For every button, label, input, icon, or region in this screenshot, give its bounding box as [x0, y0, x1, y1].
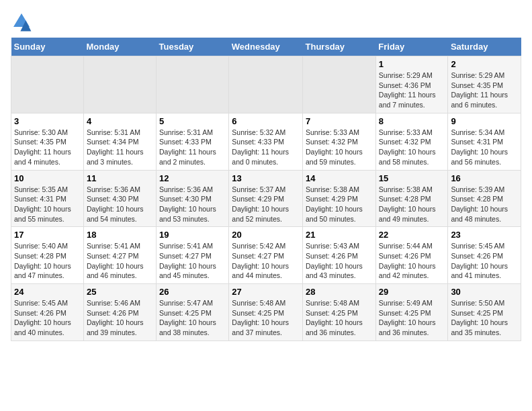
calendar-cell: 21Sunrise: 5:43 AM Sunset: 4:26 PM Dayli…	[303, 227, 376, 284]
day-info: Sunrise: 5:31 AM Sunset: 4:34 PM Dayligh…	[87, 128, 153, 167]
calendar-cell: 7Sunrise: 5:33 AM Sunset: 4:32 PM Daylig…	[303, 113, 376, 170]
header-day-friday: Friday	[375, 38, 448, 56]
day-number: 8	[379, 116, 445, 126]
day-info: Sunrise: 5:39 AM Sunset: 4:28 PM Dayligh…	[451, 185, 518, 224]
day-info: Sunrise: 5:45 AM Sunset: 4:26 PM Dayligh…	[451, 241, 518, 281]
calendar-cell: 2Sunrise: 5:29 AM Sunset: 4:35 PM Daylig…	[448, 56, 521, 113]
day-number: 20	[232, 230, 300, 240]
day-number: 28	[306, 287, 373, 297]
calendar-cell: 16Sunrise: 5:39 AM Sunset: 4:28 PM Dayli…	[448, 170, 521, 227]
day-number: 12	[159, 173, 226, 183]
day-number: 26	[159, 287, 226, 297]
calendar-cell: 24Sunrise: 5:45 AM Sunset: 4:26 PM Dayli…	[11, 284, 84, 341]
logo-icon	[11, 11, 32, 32]
day-number: 23	[451, 230, 518, 240]
day-info: Sunrise: 5:44 AM Sunset: 4:26 PM Dayligh…	[379, 241, 445, 281]
header	[11, 11, 521, 32]
calendar-week-1: 1Sunrise: 5:29 AM Sunset: 4:36 PM Daylig…	[11, 56, 521, 113]
calendar-cell: 30Sunrise: 5:50 AM Sunset: 4:25 PM Dayli…	[448, 284, 521, 341]
calendar-cell: 26Sunrise: 5:47 AM Sunset: 4:25 PM Dayli…	[157, 284, 229, 341]
day-number: 27	[232, 287, 300, 297]
day-info: Sunrise: 5:49 AM Sunset: 4:25 PM Dayligh…	[379, 298, 445, 338]
calendar-cell: 1Sunrise: 5:29 AM Sunset: 4:36 PM Daylig…	[375, 56, 448, 113]
calendar-cell	[229, 56, 303, 113]
day-info: Sunrise: 5:29 AM Sunset: 4:36 PM Dayligh…	[379, 71, 445, 110]
day-number: 15	[379, 173, 445, 183]
calendar-cell: 9Sunrise: 5:34 AM Sunset: 4:31 PM Daylig…	[448, 113, 521, 170]
calendar-cell: 8Sunrise: 5:33 AM Sunset: 4:32 PM Daylig…	[375, 113, 448, 170]
day-number: 2	[451, 59, 518, 69]
day-info: Sunrise: 5:34 AM Sunset: 4:31 PM Dayligh…	[451, 128, 518, 167]
calendar-cell: 25Sunrise: 5:46 AM Sunset: 4:26 PM Dayli…	[83, 284, 156, 341]
day-number: 7	[306, 116, 373, 126]
calendar-week-2: 3Sunrise: 5:30 AM Sunset: 4:35 PM Daylig…	[11, 113, 521, 170]
day-info: Sunrise: 5:37 AM Sunset: 4:29 PM Dayligh…	[232, 185, 300, 224]
day-info: Sunrise: 5:48 AM Sunset: 4:25 PM Dayligh…	[306, 298, 373, 338]
header-day-tuesday: Tuesday	[157, 38, 229, 56]
day-number: 25	[87, 287, 153, 297]
day-info: Sunrise: 5:45 AM Sunset: 4:26 PM Dayligh…	[14, 298, 81, 338]
day-info: Sunrise: 5:38 AM Sunset: 4:29 PM Dayligh…	[306, 185, 373, 224]
calendar-cell	[11, 56, 84, 113]
day-info: Sunrise: 5:33 AM Sunset: 4:32 PM Dayligh…	[379, 128, 445, 167]
day-info: Sunrise: 5:38 AM Sunset: 4:28 PM Dayligh…	[379, 185, 445, 224]
day-number: 18	[87, 230, 153, 240]
calendar-week-3: 10Sunrise: 5:35 AM Sunset: 4:31 PM Dayli…	[11, 170, 521, 227]
calendar-cell: 17Sunrise: 5:40 AM Sunset: 4:28 PM Dayli…	[11, 227, 84, 284]
header-day-monday: Monday	[83, 38, 156, 56]
day-info: Sunrise: 5:30 AM Sunset: 4:35 PM Dayligh…	[14, 128, 81, 167]
day-number: 9	[451, 116, 518, 126]
calendar-cell: 29Sunrise: 5:49 AM Sunset: 4:25 PM Dayli…	[375, 284, 448, 341]
header-day-thursday: Thursday	[303, 38, 376, 56]
calendar-cell: 20Sunrise: 5:42 AM Sunset: 4:27 PM Dayli…	[229, 227, 303, 284]
calendar-cell	[157, 56, 229, 113]
day-number: 4	[87, 116, 153, 126]
day-info: Sunrise: 5:41 AM Sunset: 4:27 PM Dayligh…	[159, 241, 226, 281]
calendar-cell: 13Sunrise: 5:37 AM Sunset: 4:29 PM Dayli…	[229, 170, 303, 227]
calendar-cell: 5Sunrise: 5:31 AM Sunset: 4:33 PM Daylig…	[157, 113, 229, 170]
calendar-cell: 12Sunrise: 5:36 AM Sunset: 4:30 PM Dayli…	[157, 170, 229, 227]
calendar-cell: 19Sunrise: 5:41 AM Sunset: 4:27 PM Dayli…	[157, 227, 229, 284]
day-number: 30	[451, 287, 518, 297]
day-number: 13	[232, 173, 300, 183]
logo	[11, 11, 35, 32]
day-number: 10	[14, 173, 81, 183]
day-number: 29	[379, 287, 445, 297]
day-info: Sunrise: 5:42 AM Sunset: 4:27 PM Dayligh…	[232, 241, 300, 281]
calendar-cell: 4Sunrise: 5:31 AM Sunset: 4:34 PM Daylig…	[83, 113, 156, 170]
calendar-cell: 22Sunrise: 5:44 AM Sunset: 4:26 PM Dayli…	[375, 227, 448, 284]
day-info: Sunrise: 5:36 AM Sunset: 4:30 PM Dayligh…	[87, 185, 153, 224]
header-day-wednesday: Wednesday	[229, 38, 303, 56]
day-info: Sunrise: 5:47 AM Sunset: 4:25 PM Dayligh…	[159, 298, 226, 338]
day-info: Sunrise: 5:35 AM Sunset: 4:31 PM Dayligh…	[14, 185, 81, 224]
calendar-cell: 14Sunrise: 5:38 AM Sunset: 4:29 PM Dayli…	[303, 170, 376, 227]
day-number: 24	[14, 287, 81, 297]
day-info: Sunrise: 5:48 AM Sunset: 4:25 PM Dayligh…	[232, 298, 300, 338]
calendar-cell: 28Sunrise: 5:48 AM Sunset: 4:25 PM Dayli…	[303, 284, 376, 341]
header-day-saturday: Saturday	[448, 38, 521, 56]
calendar-cell: 11Sunrise: 5:36 AM Sunset: 4:30 PM Dayli…	[83, 170, 156, 227]
day-info: Sunrise: 5:46 AM Sunset: 4:26 PM Dayligh…	[87, 298, 153, 338]
day-info: Sunrise: 5:29 AM Sunset: 4:35 PM Dayligh…	[451, 71, 518, 110]
calendar-cell	[303, 56, 376, 113]
day-info: Sunrise: 5:43 AM Sunset: 4:26 PM Dayligh…	[306, 241, 373, 281]
day-number: 14	[306, 173, 373, 183]
day-number: 22	[379, 230, 445, 240]
day-info: Sunrise: 5:41 AM Sunset: 4:27 PM Dayligh…	[87, 241, 153, 281]
day-info: Sunrise: 5:50 AM Sunset: 4:25 PM Dayligh…	[451, 298, 518, 338]
day-info: Sunrise: 5:36 AM Sunset: 4:30 PM Dayligh…	[159, 185, 226, 224]
calendar-week-5: 24Sunrise: 5:45 AM Sunset: 4:26 PM Dayli…	[11, 284, 521, 341]
day-info: Sunrise: 5:32 AM Sunset: 4:33 PM Dayligh…	[232, 128, 300, 167]
calendar-cell: 15Sunrise: 5:38 AM Sunset: 4:28 PM Dayli…	[375, 170, 448, 227]
day-number: 6	[232, 116, 300, 126]
day-number: 1	[379, 59, 445, 69]
calendar-cell: 18Sunrise: 5:41 AM Sunset: 4:27 PM Dayli…	[83, 227, 156, 284]
calendar-week-4: 17Sunrise: 5:40 AM Sunset: 4:28 PM Dayli…	[11, 227, 521, 284]
calendar-header: SundayMondayTuesdayWednesdayThursdayFrid…	[11, 38, 521, 56]
header-day-sunday: Sunday	[11, 38, 84, 56]
calendar-cell: 10Sunrise: 5:35 AM Sunset: 4:31 PM Dayli…	[11, 170, 84, 227]
calendar-table: SundayMondayTuesdayWednesdayThursdayFrid…	[11, 38, 521, 341]
day-number: 11	[87, 173, 153, 183]
day-number: 16	[451, 173, 518, 183]
calendar-cell: 27Sunrise: 5:48 AM Sunset: 4:25 PM Dayli…	[229, 284, 303, 341]
